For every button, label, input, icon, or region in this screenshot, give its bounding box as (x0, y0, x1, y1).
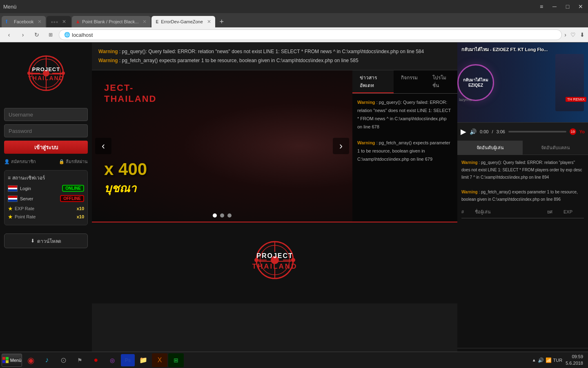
tab-facebook[interactable]: f Facebook ✕ (2, 16, 46, 27)
taskbar-opera-icon[interactable]: ◉ (23, 353, 38, 367)
slider-dot-2[interactable] (220, 213, 224, 218)
lower-logo-area: PROJECT THAILAND (214, 238, 336, 288)
tab-pointblank-close[interactable]: ✕ (143, 19, 147, 25)
tab-pointblank-label: Point Blank / Project Black... (82, 19, 138, 24)
login-links: 👤 สมัครสมาชิก 🔒 ลืมรหัสผ่าน (4, 158, 88, 165)
yt-progress-bar[interactable] (508, 131, 566, 132)
tab-bar: f Facebook ✕ ●●● ✕ ♟ Point Blank / Proje… (0, 13, 588, 27)
yt-circle: กลับมาได้ไหม EZIQEZ (457, 64, 494, 101)
taskbar-xampp-icon[interactable]: X (152, 353, 167, 367)
svg-point-22 (254, 258, 258, 262)
slider-prev-button[interactable]: ‹ (95, 138, 111, 154)
taskbar-clock[interactable]: 09:59 5.6.2018 (566, 354, 583, 366)
server-login-name: Login (20, 186, 62, 191)
tab-facebook-close[interactable]: ✕ (38, 19, 42, 25)
yt-circle-text-2: EZIQEZ (468, 83, 483, 88)
download-button[interactable]: ⬇ ดาวน์โหลด (4, 233, 88, 248)
tray-speaker-icon[interactable]: 🔊 (538, 357, 544, 363)
server-row-login: Login ONLINE (8, 185, 84, 192)
news-tab-events[interactable]: กิจกรรม (394, 70, 425, 93)
start-button[interactable]: Menü (2, 354, 22, 367)
yt-play-button[interactable]: ▶ (461, 127, 466, 136)
taskbar-flag-icon[interactable]: ⚑ (72, 353, 87, 367)
window-controls: ≡ ─ □ ✕ (537, 3, 585, 10)
facebook-favicon: f (6, 19, 11, 25)
slider-wrapper: JECT- THAILAND x 400 บุชณา ‹ › (92, 70, 352, 222)
win-logo-q1 (2, 357, 5, 360)
tab-blank-label: ●●● (51, 20, 58, 24)
news-tab-updates[interactable]: ข่าวสารอัพเดท (352, 70, 394, 93)
rank-warn-text-2: : pg_fetch_array() expects parameter 1 t… (461, 190, 578, 202)
svg-text:PROJECT: PROJECT (32, 66, 60, 72)
errordev-favicon: E (156, 20, 158, 24)
taskbar: Menü ◉ ♪ ⊙ ⚑ ● ◎ Ps 📁 X ⊞ ▲ 🔊 📶 TUR 09:5… (0, 352, 588, 368)
news-warn-label-2: Warning (357, 140, 375, 145)
menu-label[interactable]: Menü (3, 4, 17, 10)
yt-time-total: 3:06 (496, 129, 505, 134)
yt-right-image (555, 54, 584, 111)
news-tabs: ข่าวสารอัพเดท กิจกรรม โปรโมชั่น (352, 70, 457, 94)
forward-button[interactable]: › (17, 29, 29, 40)
bookmark-icon[interactable]: ♡ (570, 31, 576, 38)
tray-arrow-icon[interactable]: ▲ (532, 358, 536, 362)
register-link[interactable]: 👤 สมัครสมาชิก (4, 158, 36, 165)
taskbar-folder-icon[interactable]: 📁 (136, 353, 151, 367)
tab-errordev-close[interactable]: ✕ (207, 19, 211, 25)
tab-errordev-label: ErrorDev-GameZone (161, 19, 203, 24)
warn-label-2: Warning (98, 58, 118, 63)
slider-dot-3[interactable] (227, 213, 232, 218)
logo-svg: PROJECT THAILAND (18, 51, 75, 100)
tab-blank-close[interactable]: ✕ (62, 19, 66, 25)
download-nav-icon[interactable]: ⬇ (580, 31, 585, 38)
taskbar-network-icon[interactable]: ◎ (105, 353, 120, 367)
ranking-content: Warning : pg_query(): Query failed: ERRO… (457, 155, 588, 222)
ranking-section: จัดอันดับผู้เล่น จัดอันดับแคลน Warning :… (457, 141, 588, 348)
address-text: localhost (72, 32, 93, 38)
point-rate-value: x10 (77, 214, 84, 219)
taskbar-right: ▲ 🔊 📶 TUR 09:59 5.6.2018 (532, 354, 586, 366)
new-tab-button[interactable]: + (216, 16, 227, 27)
clock-time: 09:59 (566, 354, 583, 360)
thai-flag-1 (8, 185, 18, 192)
news-tab-promo[interactable]: โปรโมชั่น (425, 70, 457, 93)
news-panel: ข่าวสารอัพเดท กิจกรรม โปรโมชั่น Warning … (352, 70, 457, 222)
download-icon: ⬇ (31, 238, 35, 244)
news-warn-label-1: Warning (357, 100, 375, 105)
tab-blank[interactable]: ●●● ✕ (47, 16, 71, 27)
minimize-button[interactable]: ─ (550, 3, 559, 10)
apps-button[interactable]: ⊞ (45, 29, 56, 40)
win-logo-q3 (2, 360, 5, 363)
tab-errordev[interactable]: E ErrorDev-GameZone ✕ (151, 16, 215, 27)
username-input[interactable] (4, 108, 88, 121)
lower-section: PROJECT THAILAND (92, 222, 457, 303)
taskbar-record-icon[interactable]: ● (88, 353, 104, 367)
tray-network-icon[interactable]: 📶 (546, 357, 552, 363)
close-button[interactable]: ✕ (577, 3, 585, 10)
maximize-button[interactable]: □ (564, 3, 572, 10)
back-button[interactable]: ‹ (3, 29, 15, 40)
rank-col-name: ชื่อผู้เล่น (472, 208, 547, 216)
ranking-tab-clans[interactable]: จัดอันดับแคลน (523, 141, 588, 155)
taskbar-music-icon[interactable]: ♪ (39, 353, 55, 367)
address-bar[interactable]: 🌐 localhost (59, 29, 562, 40)
forgot-link[interactable]: 🔒 ลืมรหัสผ่าน (59, 158, 88, 165)
password-input[interactable] (4, 124, 88, 137)
logo-area: PROJECT THAILAND (13, 47, 79, 104)
warning-1: Warning : pg_query(): Query failed: ERRO… (98, 47, 451, 56)
youtube-player: กลับมาได้ไหม - EZIOEZ FT. KT Long Flo...… (457, 43, 588, 141)
login-button[interactable]: เข้าสู่ระบบ (4, 141, 88, 154)
ranking-tabs: จัดอันดับผู้เล่น จัดอันดับแคลน (457, 141, 588, 155)
yt-remix-badge: TH REMIX (566, 97, 586, 102)
exp-star-icon: ★ (8, 205, 13, 212)
ranking-tab-players[interactable]: จัดอันดับผู้เล่น (457, 141, 523, 155)
nav-right: › ♡ ⬇ (564, 31, 585, 38)
taskbar-misc-icon[interactable]: ⊞ (168, 353, 184, 367)
sort-icon[interactable]: ≡ (537, 3, 546, 10)
slider-next-button[interactable]: › (333, 138, 349, 154)
yt-volume-button[interactable]: 🔊 (470, 128, 477, 135)
taskbar-ps-icon[interactable]: Ps (121, 354, 135, 366)
refresh-button[interactable]: ↻ (31, 29, 42, 40)
slider-dot-1[interactable] (213, 213, 217, 218)
taskbar-game-icon[interactable]: ⊙ (56, 353, 71, 367)
tab-pointblank[interactable]: ♟ Point Blank / Project Black... ✕ (72, 16, 151, 27)
